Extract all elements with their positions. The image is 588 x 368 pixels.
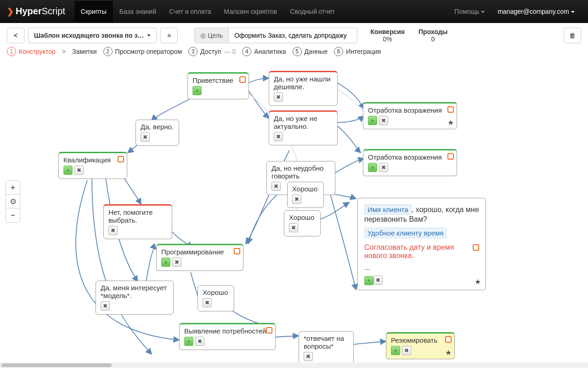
close-icon[interactable]: ✖	[101, 301, 110, 310]
nav-kb[interactable]: База знаний	[113, 1, 163, 22]
close-icon[interactable]: ✖	[373, 276, 383, 285]
target-icon: ◎	[200, 32, 206, 39]
node-objection-2[interactable]: Отработка возражения ＋✖	[363, 149, 457, 176]
navbar: ❯ HyperScript Скрипты База знаний Счет и…	[0, 0, 588, 23]
goal-addon: ◎ Цель	[194, 28, 229, 43]
close-icon[interactable]: ✖	[292, 195, 301, 204]
plus-icon[interactable]: ＋	[368, 163, 377, 172]
nav-user[interactable]: manager@company.com	[491, 1, 581, 22]
node-not-actual[interactable]: Да, но уже не актуально. ✖	[269, 110, 338, 145]
nav-right: Помощь manager@company.com	[448, 1, 581, 22]
close-icon[interactable]: ✖	[172, 258, 181, 267]
nav-store[interactable]: Магазин скриптов	[218, 1, 284, 22]
horizontal-scrollbar[interactable]	[0, 362, 588, 368]
tab-preview[interactable]: 2Просмотр оператором	[103, 47, 182, 56]
plus-icon[interactable]: ＋	[63, 166, 73, 175]
nav-main: Скрипты База знаний Счет и оплата Магази…	[74, 1, 448, 22]
scrollbar-thumb[interactable]	[1, 363, 112, 367]
node-ok-3[interactable]: Хорошо ✖	[198, 285, 234, 311]
node-programming[interactable]: Программирование ＋✖	[156, 244, 243, 271]
goal-input[interactable]	[229, 28, 357, 43]
stat-passes: Проходы 0	[418, 28, 447, 43]
zoom-center-button[interactable]: ⊙	[6, 195, 20, 208]
square-icon	[473, 244, 479, 251]
node-ok-2[interactable]: Хорошо ✖	[284, 210, 321, 236]
node-qualification[interactable]: Квалификация ＋✖	[58, 152, 127, 179]
plus-icon[interactable]: ＋	[192, 86, 202, 95]
square-icon	[266, 327, 272, 334]
node-ok-1[interactable]: Хорошо ✖	[287, 182, 324, 208]
back-button[interactable]: <	[7, 28, 24, 43]
close-icon[interactable]: ✖	[274, 92, 283, 102]
close-icon[interactable]: ✖	[195, 337, 204, 346]
square-icon	[118, 156, 124, 162]
close-icon[interactable]: ✖	[379, 116, 388, 125]
zoom-controls: + ⊙ −	[6, 180, 20, 223]
plus-icon[interactable]: ＋	[364, 276, 373, 285]
close-icon[interactable]: ✖	[289, 223, 298, 232]
square-icon	[447, 153, 454, 160]
trash-icon: 🗑	[569, 31, 576, 40]
close-icon[interactable]: ✖	[141, 132, 150, 142]
variable-tag[interactable]: Имя клиента	[364, 204, 412, 215]
tab-integration[interactable]: 6Интеграция	[334, 47, 381, 56]
star-icon: ★	[475, 277, 481, 286]
close-icon[interactable]: ✖	[402, 346, 411, 355]
goal-input-group: ◎ Цель	[194, 28, 357, 43]
delete-button[interactable]: 🗑	[564, 28, 581, 43]
template-dropdown[interactable]: Шаблон исходящего звонка по заяв	[28, 28, 157, 43]
star-icon: ★	[447, 118, 454, 127]
star-icon: ★	[445, 348, 452, 357]
breadcrumb-sep: >	[62, 48, 66, 55]
tab-notes[interactable]: Заметки	[72, 48, 97, 55]
chevron-right-icon: ❯	[7, 6, 14, 17]
menu-button[interactable]: ≡	[160, 28, 178, 43]
square-icon	[234, 248, 240, 254]
square-icon	[445, 336, 452, 343]
node-greeting[interactable]: Приветствие ＋	[187, 72, 249, 99]
tab-analytics[interactable]: 4Аналитика	[242, 47, 286, 56]
nav-report[interactable]: Сводный отчет	[283, 1, 341, 22]
node-found-cheaper[interactable]: Да, но уже нашли дешевле. ✖	[269, 71, 338, 106]
detail-panel[interactable]: Имя клиента, хорошо, когда мне перезвони…	[357, 198, 486, 290]
brand-logo[interactable]: ❯ HyperScript	[7, 6, 65, 17]
plus-icon[interactable]: ＋	[368, 116, 377, 125]
close-icon[interactable]: ✖	[271, 182, 281, 191]
square-icon	[447, 106, 454, 113]
tab-data[interactable]: 5Данные	[293, 47, 328, 56]
nav-scripts[interactable]: Скрипты	[74, 1, 113, 22]
close-icon[interactable]: ✖	[203, 298, 212, 307]
close-icon[interactable]: ✖	[108, 226, 118, 235]
tab-constructor[interactable]: 1Конструктор	[7, 47, 56, 56]
close-icon[interactable]: ✖	[74, 166, 84, 175]
plus-icon[interactable]: ＋	[161, 258, 170, 267]
stat-conversion: Конверсия 0%	[370, 28, 405, 43]
stats: Конверсия 0% Проходы 0	[370, 28, 447, 43]
variable-tag[interactable]: Удобное клиенту время	[364, 228, 447, 238]
hamburger-icon: ≡	[167, 31, 171, 40]
plus-icon[interactable]: ＋	[391, 346, 400, 355]
nav-help[interactable]: Помощь	[448, 1, 491, 22]
canvas[interactable]: Приветствие ＋ Да, но уже нашли дешевле. …	[0, 61, 588, 362]
close-icon[interactable]: ✖	[379, 163, 388, 172]
node-help-choose[interactable]: Нет, помогите выбрать. ✖	[103, 204, 172, 239]
chevron-left-icon: <	[14, 31, 17, 40]
close-icon[interactable]: ✖	[304, 352, 313, 361]
nav-billing[interactable]: Счет и оплата	[163, 1, 218, 22]
tab-access[interactable]: 3Доступ — 0	[188, 47, 236, 56]
plus-icon[interactable]: ＋	[184, 337, 193, 346]
square-icon	[239, 76, 246, 83]
node-answers[interactable]: *отвечает на вопросы* ✖	[299, 331, 354, 362]
node-interested-model[interactable]: Да, меня интересует *модель*. ✖	[96, 281, 174, 315]
zoom-in-button[interactable]: +	[6, 181, 20, 195]
node-objection-1[interactable]: Отработка возражения ★ ＋✖	[363, 102, 457, 129]
zoom-out-button[interactable]: −	[6, 208, 20, 222]
close-icon[interactable]: ✖	[274, 132, 283, 141]
toolbar: < Шаблон исходящего звонка по заяв ≡ ◎ Ц…	[0, 23, 588, 43]
node-needs[interactable]: Выявление потребностей ＋✖	[179, 323, 276, 350]
node-yes-correct[interactable]: Да, верно. ✖	[136, 120, 179, 146]
node-summarize[interactable]: Резюмировать ★ ＋✖	[386, 332, 455, 359]
subtabs: 1Конструктор > Заметки 2Просмотр операто…	[0, 43, 588, 60]
